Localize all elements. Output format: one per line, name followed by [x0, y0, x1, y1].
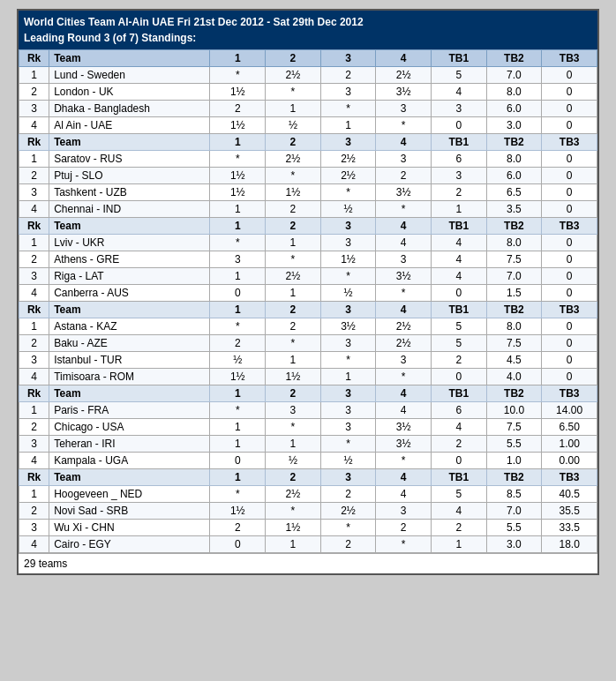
cell-tb3: 0: [542, 151, 597, 168]
cell-c4: 3: [376, 251, 432, 268]
cell-tb3: 0: [542, 352, 597, 369]
cell-c2: 2½: [266, 268, 321, 285]
group-col-header-tb3: TB3: [542, 218, 597, 235]
group-col-header-tb1: TB1: [431, 469, 486, 486]
group-col-header-tb3: TB3: [542, 385, 597, 402]
table-row: 3Wu Xi - CHN21½*225.533.5: [19, 520, 597, 536]
cell-c3: 1: [320, 117, 376, 134]
cell-tb2: 3.0: [486, 536, 542, 553]
cell-c3: 2½: [320, 503, 376, 520]
cell-c2: 2: [266, 201, 321, 218]
cell-c4: 3½: [376, 268, 432, 285]
cell-team: Al Ain - UAE: [49, 117, 210, 134]
cell-tb1: 4: [431, 235, 486, 251]
footer-teams: 29 teams: [19, 553, 597, 573]
table-row: 1Saratov - RUS*2½2½368.00: [19, 151, 597, 168]
col-header-tb2: TB2: [486, 50, 542, 67]
cell-c4: *: [376, 201, 432, 218]
cell-team: Canberra - AUS: [49, 285, 210, 302]
cell-rk: 2: [19, 251, 49, 268]
cell-c4: 3: [376, 151, 432, 168]
cell-c3: 2: [320, 486, 376, 503]
cell-tb2: 6.0: [486, 168, 542, 184]
group-col-header-c3: 3: [320, 302, 376, 318]
cell-tb1: 0: [431, 453, 486, 469]
cell-tb3: 14.00: [542, 402, 597, 419]
table-row: 4Al Ain - UAE1½½1*03.00: [19, 117, 597, 134]
cell-tb2: 8.0: [486, 235, 542, 251]
cell-tb1: 6: [431, 402, 486, 419]
cell-c1: 1½: [210, 503, 266, 520]
group-col-header-c1: 1: [210, 218, 266, 235]
cell-team: Athens - GRE: [49, 251, 210, 268]
cell-c1: *: [210, 67, 266, 84]
col-header-c1: 1: [210, 50, 266, 67]
cell-c1: *: [210, 235, 266, 251]
cell-tb3: 0: [542, 335, 597, 352]
cell-c3: *: [320, 520, 376, 536]
cell-tb1: 1: [431, 201, 486, 218]
cell-c4: 3: [376, 101, 432, 117]
cell-rk: 4: [19, 536, 49, 553]
cell-c4: *: [376, 453, 432, 469]
cell-team: Saratov - RUS: [49, 151, 210, 168]
cell-c1: 1: [210, 268, 266, 285]
cell-team: Wu Xi - CHN: [49, 520, 210, 536]
cell-team: Teheran - IRI: [49, 436, 210, 453]
table-row: 2Chicago - USA1*33½47.56.50: [19, 419, 597, 436]
group-col-header-rk: Rk: [19, 469, 49, 486]
cell-c2: 1: [266, 285, 321, 302]
cell-tb3: 0: [542, 201, 597, 218]
cell-rk: 1: [19, 67, 49, 84]
cell-tb3: 40.5: [542, 486, 597, 503]
cell-c2: ½: [266, 453, 321, 469]
cell-c3: 1½: [320, 251, 376, 268]
cell-tb3: 0: [542, 369, 597, 385]
cell-c1: *: [210, 151, 266, 168]
cell-c3: *: [320, 268, 376, 285]
group-col-header-c2: 2: [266, 302, 321, 318]
group-col-header-tb1: TB1: [431, 218, 486, 235]
cell-tb2: 1.5: [486, 285, 542, 302]
cell-rk: 1: [19, 318, 49, 335]
cell-rk: 1: [19, 235, 49, 251]
cell-c3: ½: [320, 201, 376, 218]
cell-tb1: 4: [431, 503, 486, 520]
group-col-header-tb2: TB2: [486, 469, 542, 486]
cell-team: Timisoara - ROM: [49, 369, 210, 385]
cell-tb1: 0: [431, 285, 486, 302]
cell-tb3: 0: [542, 318, 597, 335]
cell-tb3: 0: [542, 268, 597, 285]
group-col-header-tb3: TB3: [542, 469, 597, 486]
cell-c3: 2½: [320, 151, 376, 168]
group-col-header-c3: 3: [320, 469, 376, 486]
group-col-header-c4: 4: [376, 218, 432, 235]
group-col-header-c3: 3: [320, 385, 376, 402]
cell-tb1: 4: [431, 268, 486, 285]
cell-c2: 2½: [266, 486, 321, 503]
cell-tb2: 10.0: [486, 402, 542, 419]
col-header-c2: 2: [266, 50, 321, 67]
group-col-header-c3: 3: [320, 218, 376, 235]
group-col-header-rk: Rk: [19, 385, 49, 402]
cell-c1: 2: [210, 335, 266, 352]
cell-tb3: 0.00: [542, 453, 597, 469]
table-row: 3Teheran - IRI11*3½25.51.00: [19, 436, 597, 453]
cell-tb2: 8.0: [486, 151, 542, 168]
cell-c1: 2: [210, 101, 266, 117]
table-row: 4Timisoara - ROM1½1½1*04.00: [19, 369, 597, 385]
table-row: 4Chennai - IND12½*13.50: [19, 201, 597, 218]
col-header-team: Team: [49, 50, 210, 67]
group-col-header-rk: Rk: [19, 134, 49, 151]
group-col-header-c2: 2: [266, 134, 321, 151]
cell-tb3: 0: [542, 184, 597, 201]
cell-c4: 4: [376, 235, 432, 251]
cell-team: Tashkent - UZB: [49, 184, 210, 201]
cell-tb1: 2: [431, 436, 486, 453]
cell-rk: 3: [19, 436, 49, 453]
cell-rk: 3: [19, 268, 49, 285]
table-row: 2Baku - AZE2*32½57.50: [19, 335, 597, 352]
cell-tb1: 5: [431, 486, 486, 503]
cell-rk: 4: [19, 117, 49, 134]
cell-c1: 1½: [210, 117, 266, 134]
